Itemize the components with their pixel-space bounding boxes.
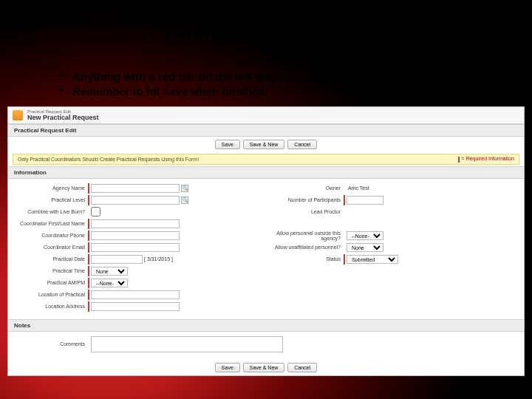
owner-label: Owner — [270, 185, 344, 191]
practical-date-input[interactable] — [91, 255, 143, 264]
allow-unaffiliated-label: Allow unaffiliated personnel? — [270, 245, 344, 250]
required-marker — [88, 301, 89, 312]
section-information-bar: Information — [8, 166, 524, 179]
app-logo-icon — [13, 110, 23, 120]
practical-date-label: Practical Date — [14, 256, 88, 262]
location-label: Location of Practical — [14, 292, 88, 297]
coord-email-label: Coordinator Email — [14, 245, 88, 250]
comments-label: Comments — [14, 341, 88, 347]
coord-email-input[interactable] — [91, 243, 180, 252]
slide-bullets: Anything with a red bar on the left side… — [59, 69, 381, 100]
allow-outside-select[interactable]: --None-- — [347, 231, 383, 240]
location-addr-input[interactable] — [91, 302, 180, 311]
practical-level-label: Practical Level — [14, 197, 88, 202]
owner-value: Amc Test — [347, 185, 369, 191]
practical-ampm-label: Practical AM/PM — [14, 280, 88, 285]
slide: Creating a Practical Exam Anything with … — [0, 0, 532, 399]
form-body: Agency Name 🔍 Practical Level 🔍 Combine … — [8, 179, 524, 319]
slide-title: Creating a Practical Exam — [0, 21, 532, 46]
required-marker — [88, 278, 89, 288]
combine-live-burn-label: Combine with Live Burn? — [14, 209, 88, 214]
coord-phone-label: Coordinator Phone — [14, 233, 88, 238]
lookup-icon[interactable]: 🔍 — [181, 185, 188, 192]
toolbar-top: Save Save & New Cancel — [8, 137, 524, 152]
combine-live-burn-checkbox[interactable] — [91, 207, 100, 216]
required-legend: = Required Information — [458, 156, 514, 162]
app-header: Practical Request Edit New Practical Req… — [8, 107, 524, 124]
save-new-button[interactable]: Save & New — [243, 363, 285, 372]
agency-name-label: Agency Name — [14, 185, 88, 191]
location-input[interactable] — [91, 290, 180, 299]
bullet-item: Remember to hit save when finished — [59, 84, 381, 99]
participants-input[interactable] — [347, 196, 383, 205]
practical-level-input[interactable] — [91, 196, 180, 205]
cancel-button[interactable]: Cancel — [287, 363, 317, 372]
date-hint[interactable]: [ 3/31/2015 ] — [143, 256, 173, 262]
status-label: Status — [270, 256, 344, 262]
form-right-column: Owner Amc Test Number of Participants Le… — [270, 182, 518, 313]
practical-time-label: Practical Time — [14, 268, 88, 273]
bullet-item: Anything with a red bar on the left side… — [59, 69, 381, 84]
practical-time-select[interactable]: None — [91, 267, 128, 276]
required-marker — [88, 242, 89, 253]
coord-name-input[interactable] — [91, 219, 180, 228]
cancel-button[interactable]: Cancel — [287, 140, 317, 149]
lead-proctor-label: Lead Proctor — [270, 209, 344, 214]
section-edit-bar: Practical Request Edit — [8, 124, 524, 137]
comments-textarea[interactable] — [91, 336, 283, 352]
participants-label: Number of Participants — [270, 197, 344, 202]
app-header-title: New Practical Request — [27, 115, 99, 122]
lookup-icon[interactable]: 🔍 — [181, 197, 188, 204]
save-new-button[interactable]: Save & New — [243, 140, 285, 149]
agency-name-input[interactable] — [91, 184, 180, 193]
warning-bar: Only Practical Coordinators Should Creat… — [13, 154, 519, 164]
practical-ampm-select[interactable]: --None-- — [91, 279, 128, 287]
required-marker — [344, 254, 345, 265]
status-select[interactable]: Submitted — [347, 255, 398, 264]
required-marker — [344, 195, 345, 205]
coord-phone-input[interactable] — [91, 231, 180, 240]
allow-unaffiliated-select[interactable]: None — [347, 243, 383, 252]
coord-name-label: Coordinator First/Last Name — [14, 221, 88, 226]
app-screenshot: Practical Request Edit New Practical Req… — [7, 106, 525, 376]
warning-text: Only Practical Coordinators Should Creat… — [18, 157, 199, 162]
required-marker — [88, 219, 89, 229]
required-marker — [88, 195, 89, 205]
required-marker — [88, 231, 89, 241]
save-button[interactable]: Save — [215, 140, 240, 149]
required-marker — [88, 254, 89, 265]
form-left-column: Agency Name 🔍 Practical Level 🔍 Combine … — [14, 182, 262, 313]
required-marker — [88, 266, 89, 276]
allow-outside-label: Allow personnel outside this agency? — [270, 231, 344, 241]
required-marker — [88, 183, 89, 194]
save-button[interactable]: Save — [215, 363, 240, 372]
required-marker — [88, 290, 89, 300]
section-notes-bar: Notes — [8, 319, 524, 332]
toolbar-bottom: Save Save & New Cancel — [8, 360, 524, 375]
location-addr-label: Location Address — [14, 304, 88, 309]
notes-body: Comments — [8, 332, 524, 360]
